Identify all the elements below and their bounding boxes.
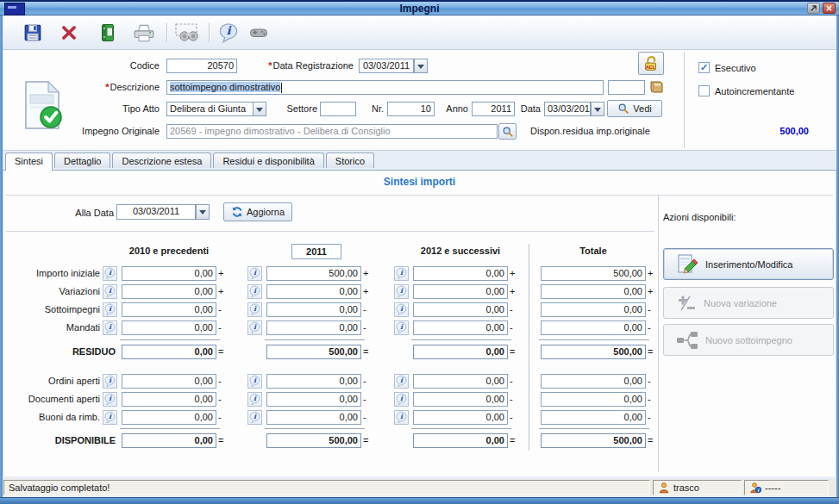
amount-field[interactable]: 0,00: [266, 284, 361, 299]
amount-field[interactable]: 0,00: [122, 410, 216, 425]
alla-data-field[interactable]: 03/03/2011: [116, 204, 196, 220]
amount-field[interactable]: 0,00: [541, 284, 646, 299]
settore-field[interactable]: [320, 102, 356, 116]
amount-field[interactable]: 500,00: [541, 266, 646, 281]
esecutivo-checkbox[interactable]: ✓: [698, 62, 710, 73]
info-button[interactable]: i: [216, 21, 241, 45]
info-icon[interactable]: i: [394, 320, 409, 335]
save-button[interactable]: [21, 21, 45, 45]
amount-field[interactable]: 0,00: [413, 302, 508, 317]
tab-descrizione-estesa[interactable]: Descrizione estesa: [112, 152, 211, 168]
info-icon[interactable]: i: [247, 266, 262, 281]
amount-field[interactable]: 0,00: [413, 410, 508, 425]
info-icon[interactable]: i: [103, 374, 117, 389]
autoincrementante-label: Autoincrementante: [715, 86, 794, 96]
nr-field[interactable]: 10: [387, 102, 435, 116]
info-icon[interactable]: i: [247, 284, 262, 299]
amount-field[interactable]: 0,00: [541, 392, 646, 407]
data-atto-dropdown[interactable]: [591, 102, 604, 116]
info-icon[interactable]: i: [394, 410, 409, 425]
info-icon[interactable]: i: [247, 302, 262, 317]
info-icon[interactable]: i: [103, 392, 117, 407]
nuova-variazione-button: Nuova variazione: [663, 287, 834, 319]
amount-field[interactable]: 0,00: [541, 302, 646, 317]
aggiorna-button[interactable]: Aggiorna: [223, 202, 292, 221]
amount-field[interactable]: 0,00: [122, 266, 216, 281]
maximize-button[interactable]: [807, 3, 820, 14]
descrizione-code-field[interactable]: [608, 80, 645, 95]
row-label: Documenti aperti: [3, 394, 100, 404]
operator-sign: =: [648, 435, 658, 445]
amount-field[interactable]: 500,00: [266, 266, 361, 281]
info-icon[interactable]: i: [394, 284, 409, 299]
amount-field[interactable]: 0,00: [266, 320, 361, 335]
operator-sign: -: [510, 394, 520, 404]
acl-button[interactable]: ACL: [638, 52, 664, 75]
amount-field: 0,00: [413, 433, 508, 448]
inserimento-modifica-button[interactable]: Inserimento/Modifica: [663, 248, 834, 280]
amount-field[interactable]: 0,00: [266, 302, 361, 317]
nuovo-sottoimpegno-button: Nuovo sottoimpegno: [663, 324, 834, 356]
operator-sign: =: [218, 346, 229, 357]
amount-field[interactable]: 0,00: [413, 320, 508, 335]
info-icon[interactable]: i: [394, 392, 409, 407]
amount-field[interactable]: 0,00: [413, 266, 508, 281]
settore-label: Settore: [274, 103, 317, 114]
aggiorna-label: Aggiorna: [247, 207, 285, 217]
data-registrazione-dropdown[interactable]: [414, 59, 428, 73]
info-icon[interactable]: i: [103, 320, 117, 335]
row-label: DISPONIBILE: [3, 435, 116, 445]
info-icon[interactable]: i: [394, 266, 409, 281]
tab-dettaglio[interactable]: Dettaglio: [54, 152, 110, 168]
dispon-residua-value: 500,00: [740, 126, 809, 136]
dictionary-book-icon[interactable]: [648, 79, 666, 95]
amount-field[interactable]: 0,00: [541, 374, 646, 389]
amount-field[interactable]: 0,00: [413, 374, 508, 389]
amount-field[interactable]: 0,00: [122, 374, 216, 389]
print-button[interactable]: [132, 21, 156, 45]
amount-field[interactable]: 0,00: [266, 410, 361, 425]
info-icon[interactable]: i: [247, 374, 262, 389]
anno-field[interactable]: 2011: [472, 102, 515, 116]
amount-field[interactable]: 0,00: [413, 284, 508, 299]
window-title: Impegni: [0, 3, 839, 15]
amount-field[interactable]: 0,00: [122, 320, 216, 335]
tipo-atto-select[interactable]: Delibera di Giunta: [166, 102, 254, 116]
impegno-originale-field[interactable]: 20569 - impegno dimostrativo - Delibera …: [166, 124, 498, 139]
vedi-button[interactable]: Vedi: [607, 100, 662, 117]
amount-field[interactable]: 0,00: [266, 392, 361, 407]
codice-field[interactable]: 20570: [166, 59, 237, 73]
info-icon[interactable]: i: [247, 320, 262, 335]
operator-sign: -: [218, 412, 229, 422]
info-icon[interactable]: i: [103, 302, 117, 317]
tab-sintesi[interactable]: Sintesi: [5, 152, 53, 171]
impegno-search-button[interactable]: [498, 123, 517, 140]
close-button[interactable]: [823, 3, 836, 14]
info-icon[interactable]: i: [103, 266, 117, 281]
amount-field[interactable]: 0,00: [266, 374, 361, 389]
alla-data-dropdown[interactable]: [196, 204, 210, 220]
tipo-atto-dropdown[interactable]: [253, 102, 266, 116]
info-icon[interactable]: i: [247, 392, 262, 407]
amount-field[interactable]: 0,00: [541, 320, 646, 335]
amount-field[interactable]: 0,00: [413, 392, 508, 407]
tab-residui-disponibilita[interactable]: Residui e disponibilità: [213, 152, 323, 168]
tab-storico[interactable]: Storico: [326, 152, 374, 168]
data-atto-field[interactable]: 03/03/2011: [544, 102, 591, 116]
archive-button[interactable]: [96, 21, 120, 45]
data-registrazione-field[interactable]: 03/03/2011: [359, 59, 414, 73]
info-icon[interactable]: i: [103, 410, 117, 425]
info-icon[interactable]: i: [103, 284, 117, 299]
info-icon[interactable]: i: [247, 410, 262, 425]
amount-field[interactable]: 0,00: [541, 410, 646, 425]
amount-field[interactable]: 0,00: [122, 302, 216, 317]
amount-field[interactable]: 0,00: [122, 392, 216, 407]
delete-button[interactable]: [57, 21, 81, 45]
descrizione-field[interactable]: sottoimpegno dimostrativo: [166, 80, 604, 95]
section-divider: [6, 231, 654, 232]
info-icon[interactable]: i: [394, 302, 409, 317]
info-icon[interactable]: i: [394, 374, 409, 389]
status-message: Salvataggio completato!: [9, 481, 110, 495]
autoincrementante-checkbox[interactable]: [698, 85, 710, 96]
amount-field[interactable]: 0,00: [122, 284, 216, 299]
